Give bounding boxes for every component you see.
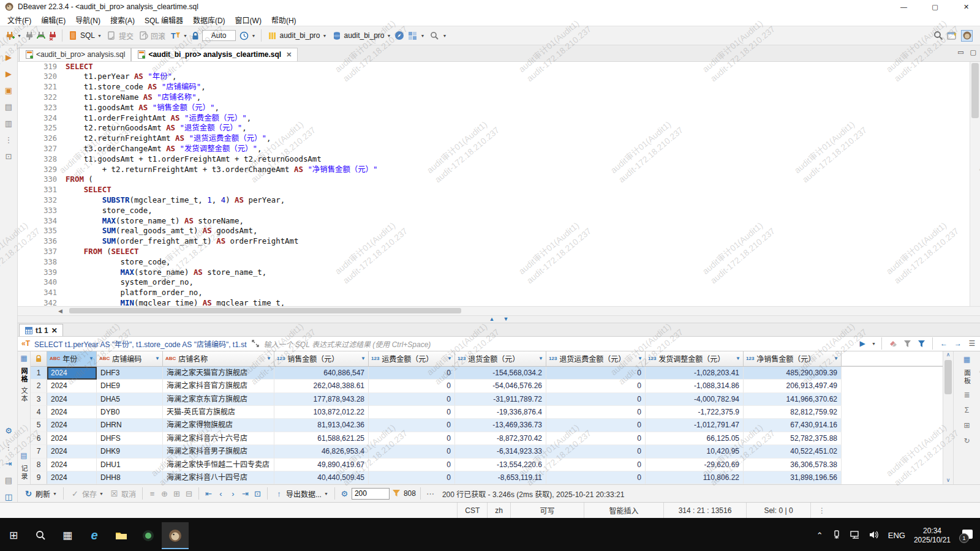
- grid-cell[interactable]: 36,306,578.38: [744, 459, 842, 471]
- grid-cell[interactable]: -1,028,203.41: [646, 367, 744, 380]
- grid-cell[interactable]: DHH8: [97, 471, 163, 484]
- grid-cell[interactable]: 0: [546, 471, 646, 484]
- grid-cell[interactable]: DHK9: [97, 445, 163, 458]
- dbeaver-profile-icon[interactable]: [961, 30, 973, 42]
- table-row[interactable]: 72024DHK9海澜之家抖音男子旗舰店46,826,953.40-6,314,…: [31, 445, 943, 458]
- grid-cell[interactable]: -8,872,370.42: [455, 432, 546, 445]
- menu-item[interactable]: 导航(N): [70, 15, 105, 25]
- minimize-editor-icon[interactable]: ▭: [957, 48, 963, 56]
- compass-icon[interactable]: [394, 31, 404, 41]
- grid-cell[interactable]: 0: [546, 406, 646, 419]
- pinned-app-icon[interactable]: [135, 522, 162, 549]
- grid-cell[interactable]: -1,088,314.86: [646, 380, 744, 392]
- grid-cell[interactable]: DHE9: [97, 380, 163, 392]
- close-tab-icon[interactable]: ✕: [286, 51, 292, 59]
- side-tab-record[interactable]: 记录: [19, 465, 29, 481]
- commit-mode-select[interactable]: Auto: [202, 30, 236, 41]
- grid-cell[interactable]: DHA5: [97, 393, 163, 406]
- execute-script-icon[interactable]: ▶: [3, 68, 14, 79]
- table-row[interactable]: 32024DHA5海澜之家京东官方旗舰店177,878,943.280-31,9…: [31, 393, 943, 406]
- side-tab-text[interactable]: 文本: [19, 387, 29, 403]
- grid-view-icon[interactable]: ▦: [18, 353, 29, 364]
- grid-cell[interactable]: 0: [369, 432, 455, 445]
- grid-cell[interactable]: 82,812,759.92: [744, 406, 842, 419]
- column-filter-icon[interactable]: ▼: [361, 356, 366, 361]
- grid-cell[interactable]: 0: [546, 445, 646, 458]
- reconnect-icon[interactable]: [36, 31, 47, 41]
- filter-menu-icon[interactable]: ☰: [967, 338, 978, 349]
- column-header[interactable]: 123运费金额（元）▼: [369, 351, 455, 366]
- grid-cell[interactable]: 2024: [47, 367, 97, 380]
- calc-panel-icon[interactable]: ⊞: [962, 420, 973, 431]
- column-header[interactable]: ABC店铺名称▼: [163, 351, 274, 366]
- row-number[interactable]: 6: [31, 432, 47, 445]
- column-header[interactable]: 123净销售金额（元）▼: [744, 351, 842, 366]
- minimize-button[interactable]: —: [890, 0, 918, 13]
- grid-cell[interactable]: 81,913,042.36: [274, 419, 369, 432]
- lock-icon[interactable]: [190, 31, 201, 41]
- grid-cell[interactable]: 66,125.05: [646, 432, 744, 445]
- row-header-corner[interactable]: [31, 351, 47, 366]
- record-mode-icon[interactable]: ▤: [18, 450, 29, 461]
- menu-item[interactable]: 编辑(E): [36, 15, 70, 25]
- grid-cell[interactable]: 海澜之家快手恒越二十四专卖店: [163, 459, 274, 471]
- transaction-mode-button[interactable]: T ▼: [168, 29, 189, 42]
- editor-tab-analysis-cleartime[interactable]: <audit_bi_pro> analysis_cleartime.sql ✕: [131, 48, 298, 61]
- menu-item[interactable]: 搜索(A): [105, 15, 140, 25]
- script-doc-icon[interactable]: ▤: [3, 101, 14, 112]
- grid-cell[interactable]: -31,911,789.72: [455, 393, 546, 406]
- sash-down-icon[interactable]: ▼: [503, 316, 509, 322]
- grid-cell[interactable]: 0: [546, 432, 646, 445]
- commit-button[interactable]: 提交: [105, 29, 135, 42]
- duplicate-row-icon[interactable]: ⊞: [172, 489, 182, 499]
- grid-cell[interactable]: 海澜之家抖音官方旗舰店: [163, 380, 274, 392]
- grid-cell[interactable]: 2024: [47, 393, 97, 406]
- menu-item[interactable]: 窗口(W): [230, 15, 266, 25]
- cancel-button[interactable]: ☒ 取消: [107, 487, 138, 500]
- save-button[interactable]: ✓ 保存 ▼: [68, 487, 105, 500]
- column-filter-icon[interactable]: ▼: [638, 356, 643, 361]
- grid-cell[interactable]: 49,890,419.67: [274, 459, 369, 471]
- filter-placeholder[interactable]: 输入一个 SQL 表达式来过滤结果 (使用 Ctrl+Space): [264, 339, 854, 349]
- grid-cell[interactable]: 52,782,375.88: [744, 432, 842, 445]
- grid-cell[interactable]: 0: [369, 445, 455, 458]
- grid-cell[interactable]: DHRN: [97, 419, 163, 432]
- row-number[interactable]: 5: [31, 419, 47, 432]
- sql-editor-icon[interactable]: ▣: [3, 84, 14, 96]
- row-number[interactable]: 8: [31, 459, 47, 471]
- caret-position-cell[interactable]: 314 : 21 : 13516: [663, 503, 746, 518]
- grid-cell[interactable]: DYB0: [97, 406, 163, 419]
- ie-browser-icon[interactable]: e: [81, 522, 108, 549]
- row-number[interactable]: 3: [31, 393, 47, 406]
- column-filter-icon[interactable]: ▼: [89, 356, 94, 361]
- dbeaver-taskbar-icon[interactable]: [162, 522, 189, 549]
- grid-cell[interactable]: 0: [369, 393, 455, 406]
- last-row-icon[interactable]: ⇥: [240, 489, 251, 499]
- grid-cell[interactable]: 262,048,388.61: [274, 380, 369, 392]
- grid-cell[interactable]: 海澜之家京东官方旗舰店: [163, 393, 274, 406]
- row-number[interactable]: 2: [31, 380, 47, 392]
- grid-cell[interactable]: -6,314,923.33: [455, 445, 546, 458]
- grid-cell[interactable]: 0: [369, 406, 455, 419]
- menu-item[interactable]: 文件(F): [2, 15, 36, 25]
- editor-tab-analysis[interactable]: <audit_bi_pro> analysis.sql: [19, 48, 131, 61]
- grid-cell[interactable]: -154,568,034.2: [455, 367, 546, 380]
- grid-cell[interactable]: 10,420.95: [646, 445, 744, 458]
- action-center-icon[interactable]: 1: [959, 530, 973, 542]
- editor-horizontal-scrollbar[interactable]: ◀: [18, 306, 980, 315]
- results-tab[interactable]: t1 1 ✕: [19, 324, 63, 336]
- table-row[interactable]: 22024DHE9海澜之家抖音官方旗舰店262,048,388.610-54,0…: [31, 380, 943, 392]
- editor-results-sash[interactable]: ▲ ▼: [18, 315, 980, 324]
- grid-cell[interactable]: 0: [546, 380, 646, 392]
- column-header[interactable]: 123退货运费金额（元）▼: [546, 351, 646, 366]
- column-header[interactable]: ABC年份▼: [47, 351, 97, 366]
- grid-cell[interactable]: 海澜之家抖音六十六号店: [163, 432, 274, 445]
- grid-cell[interactable]: 103,872,012.22: [274, 406, 369, 419]
- overflow-dots-icon[interactable]: ⋮: [3, 441, 14, 452]
- close-results-icon[interactable]: ✕: [51, 326, 58, 335]
- schema-selector[interactable]: audit_bi_pro ▼: [330, 29, 393, 42]
- column-filter-icon[interactable]: ▼: [155, 356, 160, 361]
- maximize-editor-icon[interactable]: ▢: [970, 48, 976, 56]
- grid-cell[interactable]: -29,620.69: [646, 459, 744, 471]
- erase-filter-icon[interactable]: [888, 338, 899, 349]
